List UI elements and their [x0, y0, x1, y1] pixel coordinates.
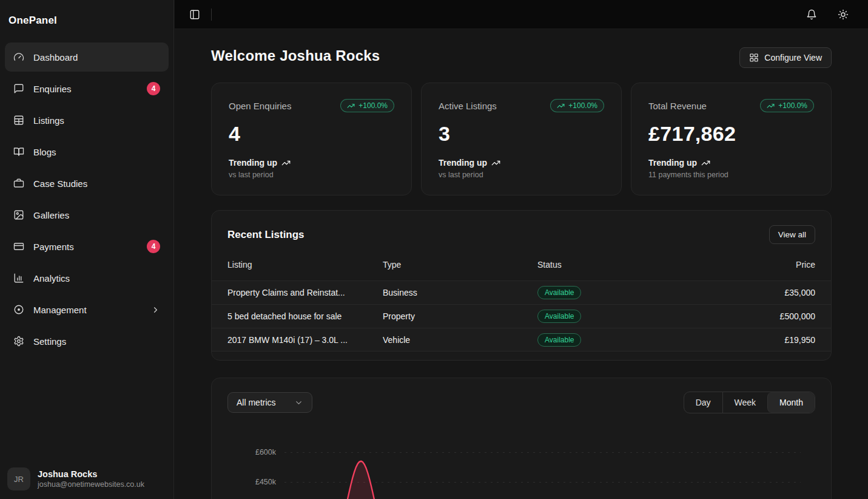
- stat-trend: Trending up: [648, 158, 814, 168]
- topbar: [175, 0, 868, 29]
- gauge-icon: [13, 52, 24, 63]
- stat-card-active-listings: Active Listings +100.0% 3 Trending up vs…: [421, 83, 622, 195]
- trend-badge: +100.0%: [340, 99, 394, 112]
- sidebar-item-listings[interactable]: Listings: [5, 106, 169, 135]
- sidebar-item-blogs[interactable]: Blogs: [5, 137, 169, 166]
- range-month-button[interactable]: Month: [767, 392, 815, 413]
- briefcase-icon: [13, 178, 24, 189]
- sidebar-item-label: Settings: [33, 336, 66, 347]
- page-title: Welcome Joshua Rocks: [211, 47, 380, 64]
- credit-card-icon: [13, 241, 24, 252]
- column-header-status: Status: [537, 260, 730, 270]
- sidebar-nav: Dashboard Enquiries 4 Listings Blogs: [5, 42, 169, 356]
- listing-price: £35,000: [730, 288, 815, 297]
- stat-value: 3: [439, 122, 604, 146]
- table-icon: [13, 115, 24, 126]
- circle-dot-icon: [13, 304, 24, 315]
- column-header-type: Type: [383, 260, 537, 270]
- stat-card-open-enquiries: Open Enquiries +100.0% 4 Trending up vs …: [211, 83, 412, 195]
- range-day-button[interactable]: Day: [684, 392, 722, 413]
- table-row[interactable]: 2017 BMW M140i (17) – 3.0L ... Vehicle A…: [212, 328, 831, 351]
- topbar-divider: [211, 8, 212, 21]
- stat-label: Total Revenue: [648, 101, 707, 111]
- user-email: joshua@onetimewebsites.co.uk: [38, 480, 144, 489]
- table-row[interactable]: Property Claims and Reinstat... Business…: [212, 280, 831, 304]
- theme-toggle-button[interactable]: [835, 7, 851, 22]
- stat-cards: Open Enquiries +100.0% 4 Trending up vs …: [211, 83, 832, 195]
- bar-chart-icon: [13, 273, 24, 283]
- sidebar: OnePanel Dashboard Enquiries 4 Listings: [0, 0, 174, 499]
- listing-type: Vehicle: [383, 335, 537, 345]
- stat-label: Active Listings: [439, 101, 497, 111]
- metrics-select[interactable]: All metrics: [227, 392, 312, 413]
- sidebar-item-label: Management: [33, 305, 87, 315]
- app-logo: OnePanel: [5, 10, 169, 42]
- chevron-right-icon: [151, 305, 160, 314]
- stat-label: Open Enquiries: [229, 101, 291, 111]
- configure-view-button[interactable]: Configure View: [739, 47, 832, 68]
- sidebar-item-enquiries[interactable]: Enquiries 4: [5, 74, 169, 103]
- sidebar-item-galleries[interactable]: Galleries: [5, 200, 169, 229]
- listing-type: Business: [383, 288, 537, 297]
- y-tick-label: £600k: [227, 448, 276, 457]
- view-all-button[interactable]: View all: [769, 225, 815, 244]
- stat-trend: Trending up: [229, 158, 394, 168]
- book-open-icon: [13, 146, 24, 157]
- listing-type: Property: [383, 311, 537, 321]
- sidebar-item-label: Analytics: [33, 273, 70, 283]
- sidebar-item-label: Listings: [33, 115, 64, 126]
- trending-up-icon: [767, 102, 775, 110]
- sidebar-item-case-studies[interactable]: Case Studies: [5, 169, 169, 198]
- sidebar-item-label: Dashboard: [33, 52, 78, 63]
- sidebar-item-payments[interactable]: Payments 4: [5, 232, 169, 261]
- user-profile[interactable]: JR Joshua Rocks joshua@onetimewebsites.c…: [0, 459, 173, 499]
- sidebar-toggle-button[interactable]: [187, 7, 203, 22]
- revenue-chart-svg: [284, 452, 801, 499]
- notifications-button[interactable]: [804, 7, 819, 22]
- payments-count-badge: 4: [147, 240, 160, 253]
- panel-left-icon: [189, 9, 200, 20]
- gear-icon: [13, 336, 24, 347]
- listing-price: £19,950: [730, 335, 815, 345]
- recent-listings-card: Recent Listings View all Listing Type St…: [211, 210, 832, 361]
- sidebar-item-management[interactable]: Management: [5, 295, 169, 324]
- sidebar-item-analytics[interactable]: Analytics: [5, 263, 169, 293]
- stat-value: £717,862: [648, 122, 814, 146]
- stat-value: 4: [229, 122, 394, 146]
- metrics-chart-card: All metrics Day Week Month £600k £450k: [211, 378, 832, 499]
- avatar: JR: [7, 467, 30, 491]
- layout-grid-icon: [749, 53, 759, 63]
- sidebar-item-dashboard[interactable]: Dashboard: [5, 42, 169, 72]
- table-row[interactable]: 5 bed detached house for sale Property A…: [212, 304, 831, 328]
- trending-up-icon: [347, 102, 355, 110]
- enquiries-count-badge: 4: [147, 82, 160, 95]
- trending-up-icon: [281, 158, 291, 168]
- sidebar-item-label: Enquiries: [33, 84, 72, 94]
- column-header-price: Price: [730, 260, 815, 270]
- revenue-chart: £600k £450k: [227, 452, 815, 499]
- listing-price: £500,000: [730, 311, 815, 321]
- trending-up-icon: [557, 102, 565, 110]
- trending-up-icon: [701, 158, 710, 168]
- trend-badge: +100.0%: [760, 99, 814, 112]
- sun-icon: [838, 9, 849, 20]
- listing-name: 5 bed detached house for sale: [227, 311, 383, 321]
- sidebar-item-label: Blogs: [33, 147, 56, 157]
- column-header-listing: Listing: [227, 260, 383, 270]
- range-week-button[interactable]: Week: [722, 392, 768, 413]
- listing-name: 2017 BMW M140i (17) – 3.0L ...: [227, 335, 383, 345]
- status-badge: Available: [537, 286, 581, 299]
- y-tick-label: £450k: [227, 478, 276, 486]
- sidebar-item-settings[interactable]: Settings: [5, 327, 169, 356]
- status-badge: Available: [537, 333, 581, 347]
- stat-subtext: vs last period: [439, 171, 604, 179]
- user-name: Joshua Rocks: [38, 469, 144, 479]
- message-square-icon: [13, 83, 24, 94]
- table-header: Listing Type Status Price: [212, 249, 831, 280]
- stat-card-total-revenue: Total Revenue +100.0% £717,862 Trending …: [631, 83, 832, 195]
- status-badge: Available: [537, 310, 581, 323]
- stat-subtext: 11 payments this period: [648, 171, 814, 179]
- sidebar-item-label: Case Studies: [33, 178, 87, 189]
- listing-name: Property Claims and Reinstat...: [227, 288, 383, 297]
- trend-badge: +100.0%: [550, 99, 604, 112]
